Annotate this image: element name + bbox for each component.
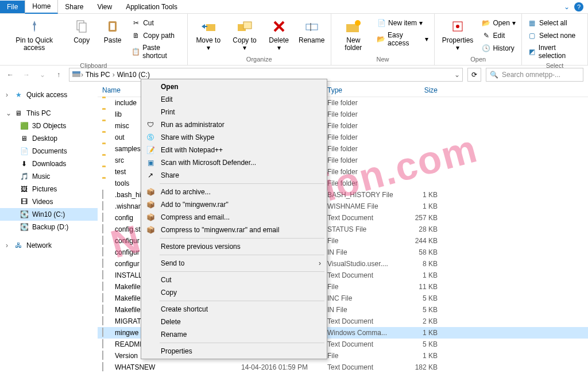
pin-quick-access-button[interactable]: Pin to Quick access [3,15,65,54]
sidebar-item[interactable]: 💽Backup (D:) [0,221,98,233]
rename-button[interactable]: Rename [296,15,327,47]
menu-add-rar[interactable]: 📦Add to "mingwenv.rar" [142,198,326,211]
ribbon: Pin to Quick access Copy Paste ✂Cut 🗎Cop… [0,14,588,66]
sidebar-item[interactable]: 🟩3D Objects [0,120,98,132]
menu-compress-email[interactable]: 📦Compress and email... [142,211,326,224]
copy-path-button[interactable]: 🗎Copy path [129,30,184,41]
sidebar-item[interactable]: 🎵Music [0,170,98,183]
refresh-button[interactable]: ⟳ [467,68,481,82]
chevron-right-icon: › [6,91,10,99]
new-item-button[interactable]: 📄New item ▾ [374,17,431,29]
sidebar-item[interactable]: 🖥Desktop [0,132,98,145]
delete-button[interactable]: Delete ▾ [264,15,294,54]
sidebar-network[interactable]: › 🖧 Network [0,239,98,252]
file-type: WISHNAME File [327,202,402,210]
file-icon [102,236,111,245]
file-size: 1 KB [402,271,442,279]
sidebar-item[interactable]: 🎞Videos [0,195,98,208]
file-name: include [115,99,137,107]
open-button[interactable]: 📂Open ▾ [479,17,518,29]
file-name: Makefile [115,306,141,314]
tab-share[interactable]: Share [58,1,90,13]
menu-run-admin[interactable]: 🛡Run as administrator [142,118,326,131]
file-type: INC File [327,294,402,302]
ribbon-collapse-icon[interactable]: ⌄ [564,3,570,11]
tab-view[interactable]: View [90,1,119,13]
select-none-button[interactable]: ▢Select none [525,30,584,41]
nav-up-button[interactable]: ↑ [53,69,64,80]
rename-icon [303,17,321,36]
menu-defender[interactable]: ▣Scan with Microsoft Defender... [142,156,326,169]
nav-forward-button[interactable]: → [21,69,32,80]
cut-button[interactable]: ✂Cut [129,17,184,29]
column-type[interactable]: Type [327,86,402,94]
file-icon [102,363,111,372]
menu-delete[interactable]: Delete [142,316,326,328]
menu-restore[interactable]: Restore previous versions [142,240,326,253]
folder-icon [102,121,111,130]
nav-back-button[interactable]: ← [5,69,16,80]
search-input[interactable]: 🔍 Search omnetpp-... [486,68,583,82]
file-name: configur [115,260,140,268]
file-type: STATUS File [327,225,402,233]
skype-icon: Ⓢ [146,133,155,142]
paste-button[interactable]: Paste [98,15,127,47]
paste-shortcut-button[interactable]: 📋Paste shortcut [129,43,184,61]
copy-to-button[interactable]: Copy to ▾ [228,15,262,54]
menu-send-to[interactable]: Send to› [142,257,326,270]
sidebar-item[interactable]: 💽Win10 (C:) [0,208,98,221]
menu-compress-rar-email[interactable]: 📦Compress to "mingwenv.rar" and email [142,224,326,236]
file-size: 1 KB [402,191,442,199]
edit-button[interactable]: ✎Edit [479,30,518,41]
history-button[interactable]: 🕓History [479,43,518,54]
sidebar-item[interactable]: 📄Documents [0,145,98,157]
file-name: Version [115,352,138,360]
sidebar-item[interactable]: ⬇Downloads [0,157,98,170]
folder-icon: 🎵 [20,172,29,181]
sidebar-item[interactable]: 🖼Pictures [0,183,98,195]
menu-archive[interactable]: 📦Add to archive... [142,186,326,198]
file-name: tools [115,179,129,187]
menu-skype[interactable]: ⓈShare with Skype [142,131,326,144]
menu-share[interactable]: ↗Share [142,169,326,182]
new-folder-button[interactable]: New folder [335,15,373,54]
menu-edit[interactable]: Edit [142,93,326,106]
menu-properties[interactable]: Properties [142,345,326,358]
file-icon [102,328,111,337]
group-new-label: New [335,55,431,64]
file-name: samples [115,145,141,153]
move-to-button[interactable]: Move to ▾ [191,15,226,54]
easy-access-button[interactable]: 📂Easy access ▾ [374,30,431,48]
select-all-button[interactable]: ▦Select all [525,17,584,29]
folder-icon: 🟩 [20,121,29,130]
file-icon [102,190,111,199]
folder-icon [102,179,111,188]
menu-print[interactable]: Print [142,106,326,118]
menu-rename[interactable]: Rename [142,328,326,341]
breadcrumb-this-pc[interactable]: This PC [83,71,113,79]
menu-cut[interactable]: Cut [142,274,326,286]
sidebar-quick-access[interactable]: › ★ Quick access [0,89,98,101]
column-size[interactable]: Size [402,86,442,94]
file-name: config.st [115,225,141,233]
menu-open[interactable]: Open [142,80,326,93]
tab-home[interactable]: Home [25,0,58,14]
breadcrumb-drive[interactable]: Win10 (C:) [115,71,152,79]
file-name: README [115,340,144,348]
copy-button[interactable]: Copy [67,15,96,47]
sidebar-this-pc[interactable]: ⌄ 🖥 This PC [0,107,98,120]
address-dropdown-icon[interactable]: ⌄ [454,71,460,79]
invert-selection-button[interactable]: ◩Invert selection [525,43,584,61]
tab-application-tools[interactable]: Application Tools [119,1,184,13]
tab-file[interactable]: File [0,1,25,13]
properties-button[interactable]: Properties ▾ [438,15,477,54]
help-icon[interactable]: ? [574,2,583,11]
menu-notepad[interactable]: 📝Edit with Notepad++ [142,144,326,156]
file-row[interactable]: WHATSNEW 14-04-2016 01:59 PM Text Docume… [98,362,588,373]
menu-copy[interactable]: Copy [142,286,326,299]
nav-recent-dropdown[interactable]: ⌄ [37,69,48,80]
file-type: File [327,352,402,360]
file-type: Text Document [327,363,402,371]
folder-icon: 📄 [20,147,29,156]
menu-create-shortcut[interactable]: Create shortcut [142,303,326,316]
